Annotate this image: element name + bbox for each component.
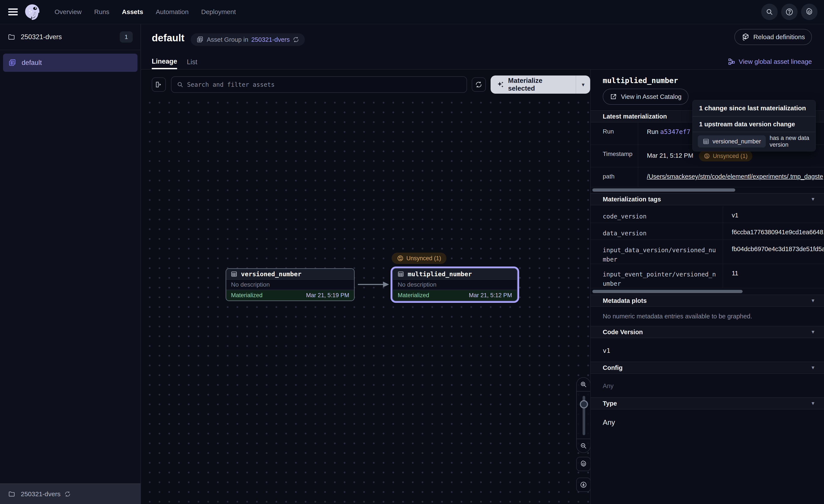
help-icon <box>785 8 794 16</box>
lineage-canvas[interactable]: Materialize selected ▾ Unsynced (1) vers… <box>141 70 590 504</box>
search-icon <box>177 81 184 88</box>
materialized-status: Materialized <box>398 292 429 299</box>
search-button[interactable] <box>761 4 778 20</box>
tab-lineage[interactable]: Lineage <box>152 55 177 69</box>
collapse-chevron-icon[interactable]: ▼ <box>811 197 815 202</box>
asset-search-input[interactable] <box>187 81 461 88</box>
lineage-toolbar: Materialize selected ▾ <box>141 75 590 94</box>
tag-key: input_data_version/versioned_number <box>591 240 723 264</box>
code-location-label: 250321-dvers <box>21 490 61 498</box>
zoom-in-icon <box>580 381 587 388</box>
nav-overview[interactable]: Overview <box>55 8 82 16</box>
section-code-version: Code Version ▼ <box>591 326 824 338</box>
download-icon <box>580 481 587 488</box>
external-link-icon <box>610 93 617 100</box>
reload-location-icon[interactable] <box>64 491 71 497</box>
nav-runs[interactable]: Runs <box>94 8 109 16</box>
group-count-badge: 1 <box>120 31 133 43</box>
canvas-dot-grid <box>141 95 590 504</box>
asset-node-multiplied-number[interactable]: multiplied_number No description Materia… <box>392 268 517 301</box>
nav-automation[interactable]: Automation <box>156 8 189 16</box>
section-title: Type <box>603 400 617 407</box>
section-config: Config ▼ <box>591 362 824 374</box>
expand-sidebar-panel-button[interactable] <box>152 78 166 92</box>
asset-node-description: No description <box>393 280 517 290</box>
table-asset-icon <box>703 138 710 145</box>
sidebar-item-default[interactable]: default <box>3 54 137 72</box>
view-global-asset-lineage-link[interactable]: View global asset lineage <box>728 58 812 65</box>
folder-icon <box>8 33 15 41</box>
horizontal-scrollbar[interactable] <box>592 290 743 293</box>
horizontal-scrollbar[interactable] <box>592 188 735 192</box>
lineage-graph-icon <box>728 58 735 65</box>
unsynced-badge-label: Unsynced (1) <box>406 255 441 262</box>
zoom-slider-thumb[interactable] <box>580 400 588 408</box>
download-image-button[interactable] <box>576 478 590 492</box>
asset-group-badge-text: Asset Group in <box>207 36 248 43</box>
path-link[interactable]: /Users/smackesey/stm/code/elementl/exper… <box>647 173 823 180</box>
section-type: Type ▼ <box>591 397 824 409</box>
tab-list[interactable]: List <box>187 55 197 69</box>
run-prefix: Run <box>647 128 660 135</box>
cube-reload-icon <box>741 33 750 41</box>
nav-assets[interactable]: Assets <box>122 8 143 16</box>
materialize-selected-label: Materialize selected <box>508 77 570 92</box>
sidebar-item-label: default <box>22 59 42 67</box>
settings-button[interactable] <box>801 4 818 20</box>
unsynced-badge-label: Unsynced (1) <box>713 153 747 159</box>
sidebar-group-label: 250321-dvers <box>21 33 62 41</box>
gear-icon <box>805 8 813 16</box>
asset-chip-versioned-number[interactable]: versioned_number <box>698 135 766 147</box>
unsynced-icon <box>704 153 710 159</box>
run-id-link[interactable]: a5347ef7 <box>660 128 691 135</box>
section-title: Code Version <box>603 329 643 336</box>
collapse-chevron-icon[interactable]: ▼ <box>811 365 815 371</box>
asset-groups-sidebar: 250321-dvers 1 default 250321-dvers <box>0 24 141 504</box>
asset-group-badge-link[interactable]: 250321-dvers <box>251 36 290 43</box>
row-key: Timestamp <box>591 145 638 167</box>
folder-icon <box>8 491 15 498</box>
dagster-logo-icon[interactable] <box>24 3 41 20</box>
row-key: path <box>591 167 638 187</box>
hamburger-menu-icon[interactable] <box>8 8 18 15</box>
unsynced-badge[interactable]: Unsynced (1) <box>699 150 752 161</box>
table-row: input_event_pointer/versioned_number 11 <box>591 264 824 288</box>
refresh-graph-button[interactable] <box>472 78 486 92</box>
sync-icon[interactable] <box>293 36 299 43</box>
graph-settings-button[interactable] <box>576 457 590 471</box>
chevron-down-icon[interactable]: ▾ <box>576 81 590 88</box>
section-title: Materialization tags <box>603 196 661 203</box>
unsynced-badge[interactable]: Unsynced (1) <box>392 253 446 264</box>
view-global-asset-lineage-label: View global asset lineage <box>739 58 812 65</box>
top-nav-bar: Overview Runs Assets Automation Deployme… <box>0 0 824 24</box>
section-title: Config <box>603 364 623 371</box>
section-materialization-tags: Materialization tags ▼ <box>591 193 824 205</box>
collapse-chevron-icon[interactable]: ▼ <box>811 401 815 406</box>
help-button[interactable] <box>781 4 798 20</box>
asset-group-icon <box>8 58 16 67</box>
tag-key: code_version <box>591 206 723 223</box>
asset-node-versioned-number[interactable]: versioned_number No description Material… <box>226 268 354 301</box>
collapse-chevron-icon[interactable]: ▼ <box>811 329 815 335</box>
sidebar-group-row[interactable]: 250321-dvers 1 <box>0 24 140 50</box>
timestamp-value: Mar 21, 5:12 PM <box>647 152 693 159</box>
collapse-chevron-icon[interactable]: ▼ <box>811 298 815 303</box>
popup-title: 1 change since last materialization <box>693 100 816 117</box>
zoom-out-icon <box>580 442 587 450</box>
materialize-selected-button[interactable]: Materialize selected ▾ <box>491 76 590 94</box>
code-location-footer[interactable]: 250321-dvers <box>0 484 140 504</box>
table-asset-icon <box>230 271 237 277</box>
zoom-in-button[interactable] <box>577 378 590 391</box>
asset-node-name: multiplied_number <box>408 270 472 278</box>
reload-definitions-button[interactable]: Reload definitions <box>734 29 812 45</box>
sparkle-icon <box>496 80 505 89</box>
tag-value: 11 <box>723 264 824 288</box>
table-row: input_data_version/versioned_number fb04… <box>591 240 824 264</box>
popup-change-row: versioned_number has a new data version <box>693 132 816 151</box>
metadata-empty-text: No numeric metadata entries available to… <box>603 313 752 320</box>
nav-deployment[interactable]: Deployment <box>201 8 236 16</box>
zoom-out-button[interactable] <box>577 439 590 453</box>
asset-search-box <box>171 76 467 93</box>
type-value: Any <box>603 418 615 426</box>
view-in-asset-catalog-button[interactable]: View in Asset Catalog <box>603 89 689 105</box>
